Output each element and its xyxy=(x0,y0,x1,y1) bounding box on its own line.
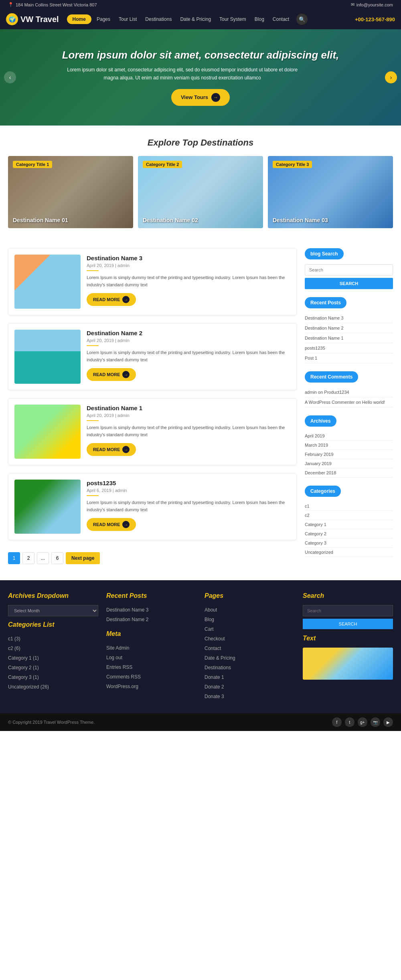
recent-post-2[interactable]: Destination Name 2 xyxy=(305,323,393,333)
destination-card-1[interactable]: Category Title 1 Destination Name 01 xyxy=(8,156,133,228)
googleplus-icon[interactable]: g+ xyxy=(358,717,367,727)
post-excerpt-3: Lorem Ipsum is simply dummy text of the … xyxy=(87,424,290,438)
youtube-icon[interactable]: ▶ xyxy=(383,717,393,727)
read-more-4[interactable]: READ MORE → xyxy=(87,518,136,531)
page-2-button[interactable]: 2 xyxy=(22,552,34,564)
footer-page-blog[interactable]: Blog xyxy=(205,615,295,624)
cat-c2[interactable]: c2 xyxy=(305,511,393,520)
destination-card-3[interactable]: Category Title 3 Destination Name 03 xyxy=(268,156,393,228)
nav-search-button[interactable]: 🔍 xyxy=(296,14,308,25)
read-more-1[interactable]: READ MORE → xyxy=(87,293,136,306)
cat-3[interactable]: Category 3 xyxy=(305,539,393,548)
blog-search-widget: blog Search SEARCH xyxy=(305,248,393,289)
footer-page-datepricing[interactable]: Date & Pricing xyxy=(205,653,295,663)
nav-pages[interactable]: Pages xyxy=(93,14,113,24)
footer-recent-post-2[interactable]: Destination Name 2 xyxy=(106,615,196,624)
footer-meta-wordpress[interactable]: WordPress.org xyxy=(106,682,196,691)
recent-post-3[interactable]: Destination Name 1 xyxy=(305,333,393,343)
nav-home[interactable]: Home xyxy=(67,14,91,24)
dest-name-3: Destination Name 03 xyxy=(273,217,328,223)
page-6-button[interactable]: 6 xyxy=(51,552,63,564)
instagram-icon[interactable]: 📷 xyxy=(371,717,380,727)
page-1-button[interactable]: 1 xyxy=(8,552,20,564)
footer-page-donate1[interactable]: Donate 1 xyxy=(205,672,295,682)
cat-1[interactable]: Category 1 xyxy=(305,520,393,529)
footer-page-about[interactable]: About xyxy=(205,605,295,615)
nav-phone: +00-123-567-890 xyxy=(355,16,395,22)
footer-recent-posts-title: Recent Posts xyxy=(106,592,196,599)
recent-post-1[interactable]: Destination Name 3 xyxy=(305,313,393,323)
pagination: 1 2 ... 6 Next page xyxy=(8,548,297,572)
nav-tourlist[interactable]: Tour List xyxy=(115,14,140,24)
footer-search-button[interactable]: SEARCH xyxy=(303,619,393,629)
footer-month-select[interactable]: Select Month xyxy=(8,605,98,616)
post-image-2 xyxy=(14,330,81,384)
footer-page-contact[interactable]: Contact xyxy=(205,644,295,653)
read-more-2[interactable]: READ MORE → xyxy=(87,368,136,381)
footer-cat-1: Category 1 (1) xyxy=(8,653,98,663)
archive-apr2019[interactable]: April 2019 xyxy=(305,431,393,441)
blog-search-button[interactable]: SEARCH xyxy=(305,278,393,289)
post-title-2: Destination Name 2 xyxy=(87,330,290,336)
hero-prev-button[interactable]: ‹ xyxy=(4,71,16,83)
post-meta-1: April 20, 2019 | admin xyxy=(87,263,290,268)
cat-2[interactable]: Category 2 xyxy=(305,529,393,539)
recent-post-5[interactable]: Post 1 xyxy=(305,353,393,363)
destination-card-2[interactable]: Category Title 2 Destination Name 02 xyxy=(138,156,263,228)
post-image-3 xyxy=(14,405,81,459)
nav-toursystem[interactable]: Tour System xyxy=(216,14,249,24)
archive-mar2019[interactable]: March 2019 xyxy=(305,441,393,450)
cat-c1[interactable]: c1 xyxy=(305,502,393,511)
footer-meta-logout[interactable]: Log out xyxy=(106,653,196,662)
footer-categories-title: Categories List xyxy=(8,621,98,628)
post-content-3: Destination Name 1 April 20, 2019 | admi… xyxy=(87,405,290,459)
footer-page-donate2[interactable]: Donate 2 xyxy=(205,682,295,692)
read-more-3[interactable]: READ MORE → xyxy=(87,443,136,456)
recent-post-4[interactable]: posts1235 xyxy=(305,343,393,353)
post-divider-2 xyxy=(87,345,99,346)
footer-search-input[interactable] xyxy=(303,605,393,616)
categories-widget: Categories c1 c2 Category 1 Category 2 C… xyxy=(305,486,393,557)
footer-col-3: Pages About Blog Cart Checkout Contact D… xyxy=(205,592,295,701)
footer-page-cart[interactable]: Cart xyxy=(205,624,295,634)
hero-next-button[interactable]: › xyxy=(385,71,397,83)
nav-blog[interactable]: Blog xyxy=(251,14,267,24)
footer-meta-entries-rss[interactable]: Entries RSS xyxy=(106,662,196,672)
archive-jan2019[interactable]: January 2019 xyxy=(305,459,393,468)
footer-pages-title: Pages xyxy=(205,592,295,599)
footer-page-donate3[interactable]: Donate 3 xyxy=(205,692,295,701)
archive-feb2019[interactable]: February 2019 xyxy=(305,450,393,459)
post-divider-3 xyxy=(87,420,99,421)
post-title-1: Destination Name 3 xyxy=(87,255,290,261)
copyright: © Copyright 2019 Travel WordPress Theme. xyxy=(8,720,95,725)
post-card-4: posts1235 April 6, 2019 | admin Lorem Ip… xyxy=(8,473,297,540)
location-icon: 📍 xyxy=(8,2,14,7)
footer-page-destinations[interactable]: Destinations xyxy=(205,663,295,672)
facebook-icon[interactable]: f xyxy=(332,717,342,727)
cat-uncategorized[interactable]: Uncategorized xyxy=(305,548,393,557)
footer-recent-post-1[interactable]: Destination Name 3 xyxy=(106,605,196,615)
post-image-4 xyxy=(14,480,81,534)
dest-name-1: Destination Name 01 xyxy=(13,217,68,223)
footer-text-title: Text xyxy=(303,635,393,642)
footer-meta-admin[interactable]: Site Admin xyxy=(106,643,196,653)
hero-content: Lorem ipsum dolor sit amet, consectetur … xyxy=(62,49,339,105)
page-dots-button[interactable]: ... xyxy=(37,552,49,564)
footer-search-title: Search xyxy=(303,592,393,599)
next-page-button[interactable]: Next page xyxy=(66,552,100,564)
hero-title: Lorem ipsum dolor sit amet, consectetur … xyxy=(62,49,339,61)
post-content-4: posts1235 April 6, 2019 | admin Lorem Ip… xyxy=(87,480,290,534)
destinations-section: Explore Top Destinations Category Title … xyxy=(0,126,401,240)
nav-contact[interactable]: Contact xyxy=(269,14,292,24)
blog-search-input[interactable] xyxy=(305,264,393,275)
footer-cat-3: Category 3 (1) xyxy=(8,672,98,682)
twitter-icon[interactable]: t xyxy=(345,717,354,727)
footer-page-checkout[interactable]: Checkout xyxy=(205,634,295,644)
posts-area: Destination Name 3 April 20, 2019 | admi… xyxy=(8,248,297,572)
footer-meta-comments-rss[interactable]: Comments RSS xyxy=(106,672,196,682)
archive-dec2018[interactable]: December 2018 xyxy=(305,468,393,478)
archives-title: Archives xyxy=(305,415,336,427)
nav-destinations[interactable]: Destinations xyxy=(142,14,175,24)
view-tours-button[interactable]: View Tours → xyxy=(171,89,230,106)
nav-datepricing[interactable]: Date & Pricing xyxy=(177,14,214,24)
